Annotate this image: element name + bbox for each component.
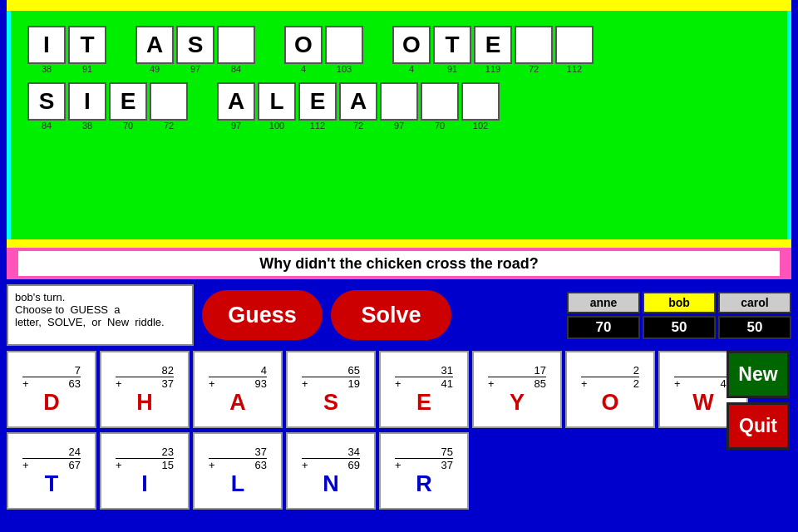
math-tile-D[interactable]: 7 +63 D xyxy=(7,351,96,428)
scores-area: anne bob carol 70 50 50 xyxy=(567,292,791,339)
math-answer-I: I xyxy=(141,471,148,497)
letter-box: E xyxy=(474,26,512,64)
math-answer-L: L xyxy=(231,471,245,497)
letter-num: 91 xyxy=(447,64,457,74)
math-tile-L[interactable]: 37 +63 L xyxy=(193,432,283,510)
letter-box: T xyxy=(68,26,106,64)
score-name-carol: carol xyxy=(718,292,791,313)
math-answer-R: R xyxy=(416,471,432,497)
letter-num: 49 xyxy=(150,64,160,74)
letter-box: I xyxy=(27,26,66,64)
math-answer-D: D xyxy=(43,390,60,416)
clue-text: Why didn't the chicken cross the road? xyxy=(259,255,538,273)
letter-box: A xyxy=(217,82,255,121)
solve-button[interactable]: Solve xyxy=(331,290,451,340)
letter-num: 84 xyxy=(42,121,52,131)
letter-box-empty xyxy=(325,26,363,64)
score-val-anne: 70 xyxy=(567,316,640,339)
letter-num: 103 xyxy=(337,64,352,74)
letter-box: A xyxy=(135,26,174,64)
letter-box: L xyxy=(258,82,296,121)
score-values-row: 70 50 50 xyxy=(567,316,791,339)
letter-box: E xyxy=(109,82,147,121)
math-answer-H: H xyxy=(136,390,153,416)
letter-num: 84 xyxy=(231,64,241,74)
guess-button[interactable]: Guess xyxy=(202,290,323,340)
letter-box-empty xyxy=(150,82,188,121)
score-name-bob: bob xyxy=(643,292,716,313)
letter-num: 97 xyxy=(190,64,200,74)
math-answer-O: O xyxy=(601,390,618,416)
letter-box-empty xyxy=(555,26,594,64)
letter-box-empty xyxy=(217,26,255,64)
score-val-carol: 50 xyxy=(718,316,791,339)
clue-bar: Why didn't the chicken cross the road? xyxy=(7,248,791,279)
letter-num: 4 xyxy=(409,64,414,74)
letter-num: 119 xyxy=(485,64,500,74)
letter-box: A xyxy=(339,82,377,121)
math-tile-S[interactable]: 65 +19 S xyxy=(286,351,376,428)
math-answer-A: A xyxy=(229,390,246,416)
letter-num: 112 xyxy=(567,64,582,74)
letter-num: 97 xyxy=(231,121,241,131)
math-answer-Y: Y xyxy=(510,390,525,416)
math-tile-E[interactable]: 31 +41 E xyxy=(379,351,469,428)
clue-text-box: Why didn't the chicken cross the road? xyxy=(18,251,780,276)
status-text: bob's turn.Choose to GUESS aletter, SOLV… xyxy=(15,291,165,328)
letter-box: I xyxy=(68,82,106,121)
letter-num: 70 xyxy=(123,121,133,131)
letter-box: T xyxy=(433,26,471,64)
quit-button[interactable]: Quit xyxy=(727,402,790,450)
math-tile-R[interactable]: 75 +37 R xyxy=(379,432,469,510)
letter-num: 38 xyxy=(82,121,92,131)
letter-box-empty xyxy=(515,26,553,64)
math-tile-T[interactable]: 24 +67 T xyxy=(7,432,96,510)
math-tile-Y[interactable]: 17 +85 Y xyxy=(472,351,562,428)
status-box: bob's turn.Choose to GUESS aletter, SOLV… xyxy=(7,284,194,346)
math-tile-A[interactable]: 4 +93 A xyxy=(193,351,283,428)
letter-num: 72 xyxy=(529,64,539,74)
score-name-anne: anne xyxy=(567,292,640,313)
letter-box: S xyxy=(176,26,214,64)
letter-num: 72 xyxy=(353,121,363,131)
math-answer-S: S xyxy=(323,390,338,416)
math-answer-E: E xyxy=(416,390,431,416)
letter-num: 38 xyxy=(42,64,52,74)
math-tile-N[interactable]: 34 +69 N xyxy=(286,432,376,510)
math-tile-H[interactable]: 82 +37 H xyxy=(100,351,190,428)
letter-box: O xyxy=(284,26,323,64)
math-tile-O[interactable]: 2 +2 O xyxy=(565,351,655,428)
letter-box: O xyxy=(392,26,431,64)
letter-num: 70 xyxy=(435,121,445,131)
math-answer-W: W xyxy=(692,390,713,416)
math-answer-N: N xyxy=(323,471,339,497)
letter-num: 112 xyxy=(310,121,325,131)
score-names-row: anne bob carol xyxy=(567,292,791,313)
letter-box: S xyxy=(27,82,66,121)
letter-num: 102 xyxy=(473,121,488,131)
letter-num: 72 xyxy=(164,121,174,131)
letter-box-empty xyxy=(461,82,500,121)
letter-box-empty xyxy=(421,82,459,121)
score-val-bob: 50 xyxy=(643,316,716,339)
math-answer-T: T xyxy=(45,471,59,497)
new-button[interactable]: New xyxy=(727,351,790,398)
letter-num: 100 xyxy=(269,121,284,131)
math-tile-I[interactable]: 23 +15 I xyxy=(100,432,190,510)
letter-num: 91 xyxy=(82,64,92,74)
letter-box-empty xyxy=(380,82,418,121)
letter-box: E xyxy=(298,82,337,121)
letter-num: 4 xyxy=(301,64,306,74)
letter-num: 97 xyxy=(394,121,404,131)
